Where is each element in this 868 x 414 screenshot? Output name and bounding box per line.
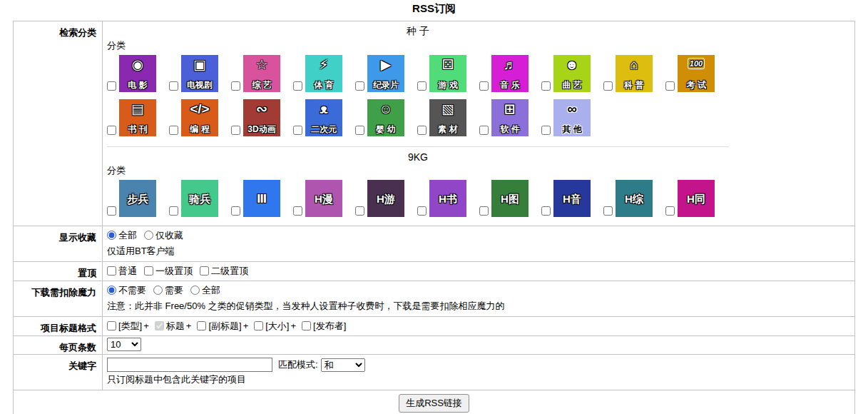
favorite-option-1[interactable]: 仅收藏 — [144, 230, 183, 241]
books-icon[interactable]: ▤书 刊 — [119, 99, 156, 136]
exam-icon[interactable]: 100考 试 — [678, 55, 715, 92]
h-misc-icon[interactable]: H综 — [616, 180, 653, 217]
title-format-checkbox-0[interactable] — [107, 321, 116, 330]
category-checkbox-cavalry[interactable] — [169, 206, 178, 216]
programming-icon[interactable]: </>编 程 — [181, 99, 218, 136]
h-image-icon[interactable]: H图 — [491, 180, 529, 217]
title-format-checkbox-2[interactable] — [197, 321, 206, 330]
h-audio-icon[interactable]: H音 — [553, 180, 591, 217]
tv-series-icon[interactable]: ▣电视剧 — [181, 55, 218, 92]
category-checkbox-tv-series[interactable] — [169, 81, 178, 91]
movie-icon[interactable]: ◉电 影 — [119, 55, 156, 92]
category-item-other[interactable]: ∞其 他 — [541, 99, 603, 136]
category-item-h-misc[interactable]: H综 — [603, 180, 665, 217]
top-option-0[interactable]: 普通 — [107, 266, 137, 276]
h-game-icon[interactable]: H游 — [367, 180, 404, 217]
category-item-exam[interactable]: 100考 试 — [665, 55, 727, 92]
variety-show-icon[interactable]: ☆综 艺 — [243, 55, 280, 92]
category-item-quyi-opera[interactable]: ☻曲 艺 — [541, 55, 603, 92]
h-doujin-icon[interactable]: H同 — [678, 180, 715, 217]
category-checkbox-music[interactable] — [479, 81, 489, 91]
category-item-tv-series[interactable]: ▣电视剧 — [169, 55, 231, 92]
category-checkbox-h-audio[interactable] — [541, 206, 551, 216]
h-book-icon[interactable]: H书 — [429, 180, 466, 217]
category-item-game[interactable]: ⚄游 戏 — [417, 55, 479, 92]
game-icon[interactable]: ⚄游 戏 — [429, 55, 466, 92]
bonus-radio-2[interactable] — [190, 286, 200, 295]
category-checkbox-software[interactable] — [479, 126, 489, 135]
top-checkbox-0[interactable] — [107, 266, 116, 276]
category-item-sports[interactable]: ⚡体 育 — [293, 55, 355, 92]
category-checkbox-h-image[interactable] — [479, 206, 489, 216]
category-item-material[interactable]: ▧素 材 — [417, 99, 479, 136]
bonus-radio-0[interactable] — [107, 286, 116, 295]
bonus-radio-1[interactable] — [153, 286, 163, 295]
category-checkbox-books[interactable] — [107, 126, 116, 135]
title-format-checkbox-3[interactable] — [254, 321, 263, 330]
top-option-2[interactable]: 二级置顶 — [200, 266, 248, 276]
category-item-infantry[interactable]: 步兵 — [107, 180, 169, 217]
category-checkbox-3d-animation[interactable] — [231, 126, 240, 135]
material-icon[interactable]: ▧素 材 — [429, 99, 466, 136]
category-checkbox-programming[interactable] — [169, 126, 178, 135]
cavalry-icon[interactable]: 骑兵 — [181, 180, 218, 217]
category-checkbox-documentary[interactable] — [355, 81, 364, 91]
category-checkbox-variety-show[interactable] — [231, 81, 240, 91]
category-item-science[interactable]: ⌂科 普 — [603, 55, 665, 92]
category-checkbox-h-comic[interactable] — [293, 206, 302, 216]
top-checkbox-2[interactable] — [200, 266, 209, 276]
category-checkbox-material[interactable] — [417, 126, 427, 135]
category-checkbox-infantry[interactable] — [107, 206, 116, 216]
category-item-movie[interactable]: ◉电 影 — [107, 55, 169, 92]
category-item-3d-animation[interactable]: ∾3D动画 — [231, 99, 293, 136]
title-format-option-3[interactable]: [大小] — [254, 320, 289, 331]
favorite-radio-1[interactable] — [144, 231, 153, 240]
category-checkbox-exam[interactable] — [665, 81, 675, 91]
category-item-baby[interactable]: ☺婴 幼 — [355, 99, 417, 136]
category-item-roman-iii[interactable]: Ⅲ — [231, 180, 293, 217]
title-format-checkbox-4[interactable] — [302, 321, 311, 330]
other-icon[interactable]: ∞其 他 — [553, 99, 591, 136]
favorite-radio-0[interactable] — [107, 231, 116, 240]
category-checkbox-quyi-opera[interactable] — [541, 81, 551, 91]
documentary-icon[interactable]: ▶纪录片 — [367, 55, 404, 92]
category-item-h-image[interactable]: H图 — [479, 180, 541, 217]
category-item-anime-2d[interactable]: ᴥ二次元 — [293, 99, 355, 136]
bonus-option-0[interactable]: 不需要 — [107, 285, 146, 296]
category-checkbox-other[interactable] — [541, 126, 551, 135]
category-item-h-audio[interactable]: H音 — [541, 180, 603, 217]
category-item-h-comic[interactable]: H漫 — [293, 180, 355, 217]
category-checkbox-movie[interactable] — [107, 81, 116, 91]
bonus-option-1[interactable]: 需要 — [153, 285, 183, 296]
category-checkbox-science[interactable] — [603, 81, 613, 91]
category-item-h-doujin[interactable]: H同 — [665, 180, 727, 217]
baby-icon[interactable]: ☺婴 幼 — [367, 99, 404, 136]
category-checkbox-h-book[interactable] — [417, 206, 427, 216]
software-icon[interactable]: ⊞软 件 — [491, 99, 529, 136]
music-icon[interactable]: ♬音 乐 — [491, 55, 529, 92]
favorite-option-0[interactable]: 全部 — [107, 230, 137, 241]
3d-animation-icon[interactable]: ∾3D动画 — [243, 99, 280, 136]
category-item-cavalry[interactable]: 骑兵 — [169, 180, 231, 217]
category-checkbox-anime-2d[interactable] — [293, 126, 302, 135]
keyword-input[interactable] — [107, 358, 272, 372]
roman-iii-icon[interactable]: Ⅲ — [243, 180, 280, 217]
infantry-icon[interactable]: 步兵 — [119, 180, 156, 217]
category-item-h-game[interactable]: H游 — [355, 180, 417, 217]
title-format-option-2[interactable]: [副标题] — [197, 320, 241, 331]
title-format-option-0[interactable]: [类型] — [107, 320, 142, 331]
generate-rss-button[interactable]: 生成RSS链接 — [399, 394, 469, 413]
category-checkbox-h-game[interactable] — [355, 206, 364, 216]
category-checkbox-roman-iii[interactable] — [231, 206, 240, 216]
category-checkbox-baby[interactable] — [355, 126, 364, 135]
top-option-1[interactable]: 一级置顶 — [144, 266, 193, 276]
category-checkbox-h-misc[interactable] — [603, 206, 613, 216]
title-format-option-4[interactable]: [发布者] — [302, 320, 346, 331]
category-item-documentary[interactable]: ▶纪录片 — [355, 55, 417, 92]
match-mode-select[interactable]: 和 — [321, 358, 365, 372]
anime-2d-icon[interactable]: ᴥ二次元 — [305, 99, 342, 136]
category-item-h-book[interactable]: H书 — [417, 180, 479, 217]
science-icon[interactable]: ⌂科 普 — [616, 55, 653, 92]
category-item-programming[interactable]: </>编 程 — [169, 99, 231, 136]
category-item-books[interactable]: ▤书 刊 — [107, 99, 169, 136]
